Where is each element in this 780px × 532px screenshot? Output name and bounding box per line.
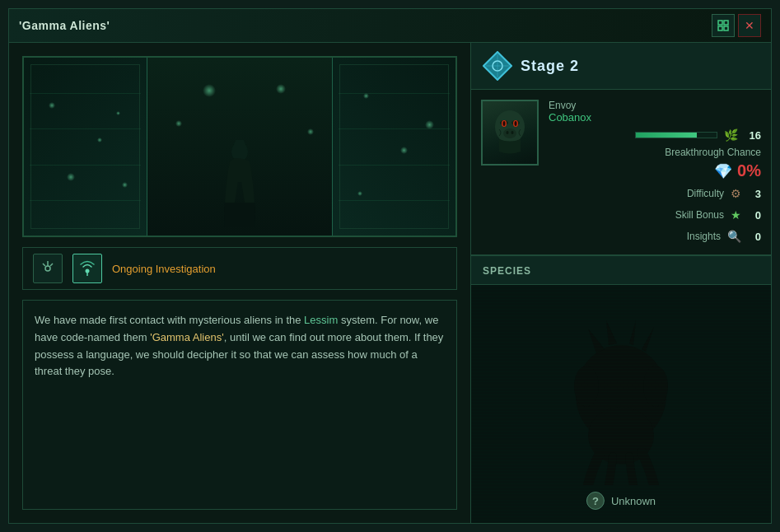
diamond-stage-icon	[483, 51, 512, 81]
progress-bar-fill	[636, 133, 697, 138]
window-title: 'Gamma Aliens'	[19, 19, 110, 32]
gem-icon: 💎	[714, 162, 732, 180]
scene-background	[24, 58, 455, 236]
description-text: We have made first contact with mysterio…	[35, 312, 445, 380]
status-label: Ongoing Investigation	[112, 263, 216, 275]
breakthrough-value: 0%	[737, 161, 761, 180]
species-silhouette	[539, 320, 703, 488]
species-display: ? Unknown	[471, 285, 771, 523]
envoy-label: Envoy	[549, 100, 761, 111]
description-box: We have made first contact with mysterio…	[22, 300, 457, 510]
status-bar: Ongoing Investigation	[22, 247, 457, 290]
svg-marker-5	[231, 140, 248, 152]
difficulty-value: 3	[748, 188, 761, 200]
right-inner: Envoy Cobanox 🌿 16	[471, 90, 771, 523]
scene-container	[22, 56, 457, 237]
stage-title: Stage 2	[521, 58, 579, 75]
svg-marker-24	[606, 320, 617, 345]
species-shadow-svg	[539, 320, 703, 485]
insights-label: Insights	[687, 231, 721, 242]
scene-panel-center	[147, 58, 332, 236]
minimize-button[interactable]	[712, 14, 735, 37]
envoy-name: Cobanox	[549, 111, 761, 124]
skill-label: Skill Bonus	[675, 209, 724, 221]
svg-point-18	[515, 121, 517, 126]
left-panel: Ongoing Investigation We have made first…	[9, 43, 470, 523]
grid-icon	[717, 19, 730, 32]
stage-header: Stage 2	[471, 43, 771, 90]
figure-silhouette	[215, 137, 264, 227]
leaf-icon: 🌿	[724, 128, 738, 142]
svg-marker-25	[629, 320, 636, 345]
svg-point-28	[643, 366, 668, 407]
right-panel: Stage 2	[470, 43, 771, 523]
unknown-text: Unknown	[611, 495, 656, 507]
waves-icon	[78, 259, 96, 278]
svg-rect-0	[718, 21, 722, 25]
envoy-alien-portrait	[489, 106, 530, 160]
gamma-aliens-highlight: 'Gamma Aliens'	[150, 331, 224, 343]
unknown-question-icon: ?	[586, 492, 605, 510]
skill-row: Skill Bonus ★ 0	[549, 207, 761, 223]
breakthrough-value-row: 💎 0%	[714, 161, 761, 180]
insights-row: Insights 🔍 0	[549, 228, 761, 245]
svg-point-27	[574, 366, 599, 407]
svg-point-20	[507, 131, 509, 134]
svg-point-19	[503, 128, 516, 138]
progress-bar	[635, 132, 717, 138]
svg-point-6	[45, 266, 50, 271]
signal-icon[interactable]	[33, 254, 63, 283]
envoy-portrait-inner	[483, 101, 537, 164]
envoy-portrait	[481, 100, 539, 166]
lessim-link[interactable]: Lessim	[304, 314, 338, 326]
progress-value: 16	[745, 129, 761, 142]
species-header: Species	[471, 255, 771, 285]
content-area: Ongoing Investigation We have made first…	[9, 43, 771, 523]
svg-point-17	[503, 121, 506, 126]
svg-rect-1	[724, 21, 728, 25]
breakthrough-label: Breakthrough Chance	[665, 147, 761, 158]
antenna-icon	[39, 259, 57, 278]
breakthrough-row: Breakthrough Chance 💎 0%	[549, 147, 761, 180]
close-button[interactable]: ✕	[738, 14, 761, 37]
svg-marker-23	[588, 329, 605, 353]
envoy-section: Envoy Cobanox 🌿 16	[471, 90, 771, 255]
species-unknown: ? Unknown	[586, 492, 656, 510]
species-section: Species	[471, 255, 771, 523]
insights-value: 0	[748, 231, 761, 243]
title-buttons: ✕	[712, 14, 761, 37]
scene-panel-left	[24, 58, 147, 236]
skill-value: 0	[748, 209, 761, 222]
difficulty-label: Difficulty	[687, 188, 724, 199]
species-title: Species	[483, 265, 531, 277]
difficulty-icon: ⚙	[731, 187, 741, 200]
envoy-info-stats: Envoy Cobanox 🌿 16	[549, 100, 761, 245]
stage-icon	[483, 51, 512, 81]
scene-panel-right	[332, 58, 455, 236]
svg-rect-3	[724, 26, 728, 30]
svg-rect-2	[718, 26, 722, 30]
skill-icon: ★	[731, 208, 741, 222]
progress-row: 🌿 16	[549, 128, 761, 142]
title-bar: 'Gamma Aliens' ✕	[9, 9, 771, 43]
svg-marker-26	[642, 327, 654, 352]
main-window: 'Gamma Aliens' ✕	[8, 8, 772, 524]
difficulty-row: Difficulty ⚙ 3	[549, 185, 761, 202]
broadcast-icon[interactable]	[72, 254, 102, 283]
insights-icon: 🔍	[727, 230, 741, 243]
envoy-info: Envoy Cobanox	[549, 100, 761, 124]
svg-point-21	[511, 131, 514, 134]
